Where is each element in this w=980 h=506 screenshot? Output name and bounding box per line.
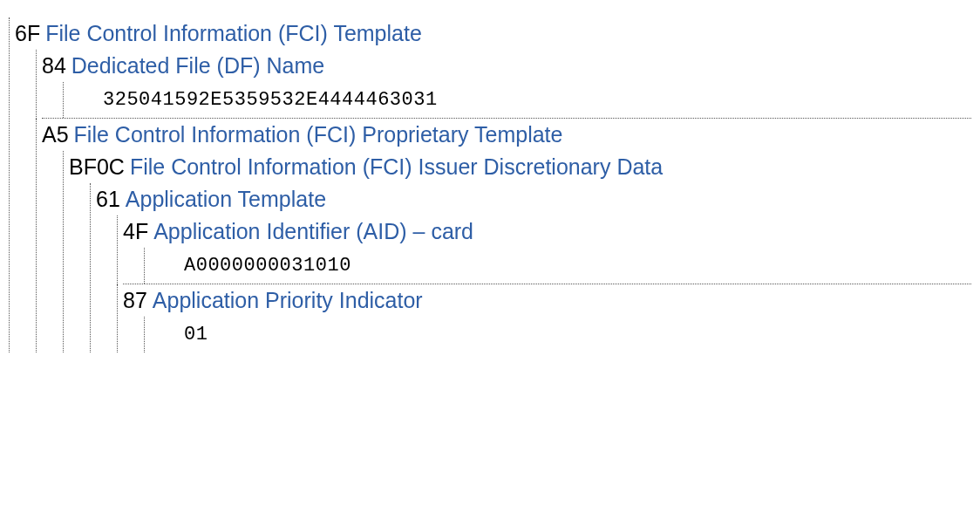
label-A5[interactable]: File Control Information (FCI) Proprieta… — [74, 122, 563, 147]
node-6F: 6F File Control Information (FCI) Templa… — [9, 17, 971, 352]
node-BF0C: BF0C File Control Information (FCI) Issu… — [63, 151, 971, 352]
label-84[interactable]: Dedicated File (DF) Name — [71, 53, 324, 79]
node-4F: 4F Application Identifier (AID) – card A… — [117, 215, 971, 284]
label-87[interactable]: Application Priority Indicator — [153, 288, 423, 313]
node-header-6F: 6F File Control Information (FCI) Templa… — [10, 17, 971, 50]
label-6F[interactable]: File Control Information (FCI) Template — [45, 21, 422, 46]
label-61[interactable]: Application Template — [126, 187, 326, 212]
node-84: 84 Dedicated File (DF) Name 325041592E53… — [36, 50, 971, 119]
value-87: 01 — [145, 317, 971, 352]
node-61: 61 Application Template 4F Application I… — [90, 183, 971, 352]
label-BF0C[interactable]: File Control Information (FCI) Issuer Di… — [130, 154, 663, 180]
tag-87: 87 — [123, 288, 147, 313]
node-header-87: 87 Application Priority Indicator — [118, 284, 971, 317]
node-header-A5: A5 File Control Information (FCI) Propri… — [37, 119, 971, 151]
node-header-BF0C: BF0C File Control Information (FCI) Issu… — [64, 151, 971, 183]
node-header-61: 61 Application Template — [91, 183, 971, 215]
tlv-tree: 6F File Control Information (FCI) Templa… — [9, 17, 971, 352]
tag-84: 84 — [42, 53, 66, 79]
label-4F[interactable]: Application Identifier (AID) – card — [153, 219, 473, 244]
tag-61: 61 — [96, 187, 120, 212]
node-header-84: 84 Dedicated File (DF) Name — [37, 50, 971, 82]
node-87: 87 Application Priority Indicator 01 — [117, 284, 971, 352]
tag-A5: A5 — [42, 122, 69, 147]
node-A5: A5 File Control Information (FCI) Propri… — [36, 119, 971, 352]
node-header-4F: 4F Application Identifier (AID) – card — [118, 215, 971, 248]
tag-4F: 4F — [123, 219, 148, 244]
value-4F: A0000000031010 — [145, 248, 971, 284]
value-84: 325041592E5359532E4444463031 — [64, 82, 971, 118]
tag-BF0C: BF0C — [69, 154, 125, 180]
tag-6F: 6F — [15, 21, 40, 46]
